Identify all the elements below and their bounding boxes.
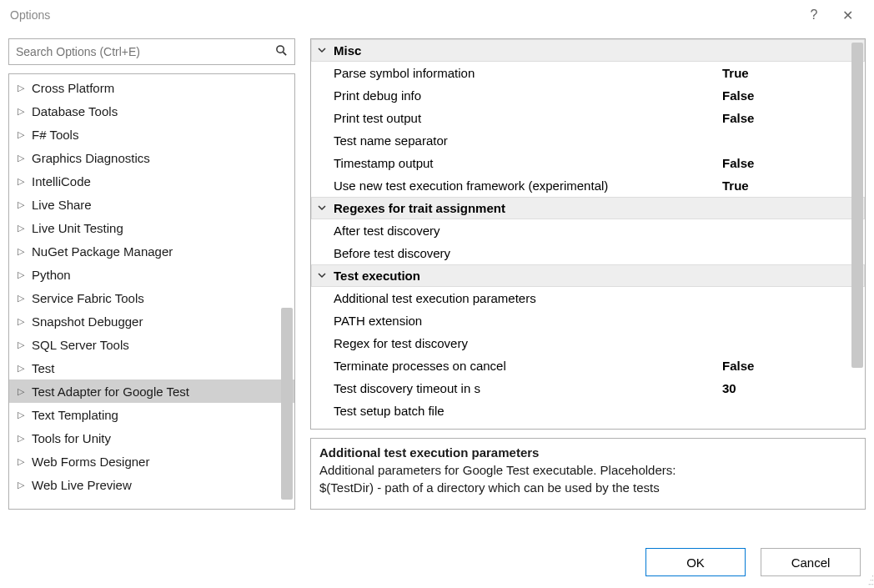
- help-button[interactable]: ?: [797, 8, 831, 23]
- caret-right-icon: ▷: [18, 316, 28, 327]
- property-label: Parse symbol information: [332, 66, 722, 80]
- tree-item[interactable]: ▷IntelliCode: [9, 169, 294, 193]
- property-row[interactable]: Timestamp outputFalse: [311, 152, 865, 174]
- property-label: Additional test execution parameters: [332, 291, 722, 305]
- tree-item-label: Graphics Diagnostics: [32, 151, 150, 165]
- tree-item-label: Python: [32, 268, 71, 282]
- caret-right-icon: ▷: [18, 129, 28, 140]
- property-row[interactable]: Print debug infoFalse: [311, 84, 865, 107]
- property-label: Use new test execution framework (experi…: [332, 178, 722, 193]
- property-value[interactable]: True: [722, 178, 864, 193]
- caret-right-icon: ▷: [18, 83, 28, 93]
- tree-item-label: SQL Server Tools: [32, 338, 129, 352]
- tree-item-label: Test Adapter for Google Test: [32, 384, 189, 399]
- property-row[interactable]: Parse symbol informationTrue: [311, 62, 865, 84]
- caret-right-icon: ▷: [18, 176, 28, 187]
- property-row[interactable]: After test discovery: [311, 219, 865, 242]
- tree-item-label: Service Fabric Tools: [32, 291, 144, 305]
- titlebar: Options ? ✕: [0, 0, 874, 30]
- property-label: Timestamp output: [332, 156, 722, 170]
- property-label: Terminate processes on cancel: [332, 359, 722, 373]
- property-group[interactable]: Misc: [311, 39, 865, 62]
- tree-item-label: Web Live Preview: [32, 478, 132, 492]
- tree-item[interactable]: ▷Python: [9, 263, 294, 286]
- tree-item[interactable]: ▷Service Fabric Tools: [9, 286, 294, 309]
- property-row[interactable]: PATH extension: [311, 309, 865, 332]
- property-value[interactable]: False: [722, 156, 864, 170]
- property-value[interactable]: True: [722, 66, 864, 80]
- chevron-down-icon[interactable]: [312, 204, 332, 214]
- tree-item-label: NuGet Package Manager: [32, 244, 173, 259]
- svg-point-0: [277, 46, 284, 53]
- tree-item[interactable]: ▷NuGet Package Manager: [9, 239, 294, 263]
- tree-item[interactable]: ▷Snapshot Debugger: [9, 309, 294, 333]
- caret-right-icon: ▷: [18, 456, 28, 467]
- property-row[interactable]: Use new test execution framework (experi…: [311, 174, 865, 197]
- caret-right-icon: ▷: [18, 153, 28, 163]
- tree-item-label: IntelliCode: [32, 174, 91, 188]
- tree-item[interactable]: ▷Web Forms Designer: [9, 450, 294, 473]
- property-row[interactable]: Test discovery timeout in s30: [311, 377, 865, 400]
- property-value[interactable]: 30: [722, 381, 864, 395]
- tree-item[interactable]: ▷Cross Platform: [9, 76, 294, 99]
- property-label: After test discovery: [332, 224, 722, 238]
- caret-right-icon: ▷: [18, 199, 28, 210]
- caret-right-icon: ▷: [18, 480, 28, 490]
- property-row[interactable]: Test setup batch file: [311, 400, 865, 422]
- property-group[interactable]: Regexes for trait assignment: [311, 197, 865, 219]
- tree-item[interactable]: ▷Web Live Preview: [9, 473, 294, 496]
- tree-scrollbar[interactable]: [281, 308, 293, 500]
- tree-item[interactable]: ▷Text Templating: [9, 403, 294, 426]
- caret-right-icon: ▷: [18, 293, 28, 304]
- tree-item[interactable]: ▷F# Tools: [9, 123, 294, 146]
- property-label: Before test discovery: [332, 246, 722, 260]
- caret-right-icon: ▷: [18, 339, 28, 350]
- tree-item[interactable]: ▷Database Tools: [9, 99, 294, 123]
- property-row[interactable]: Before test discovery: [311, 242, 865, 264]
- caret-right-icon: ▷: [18, 223, 28, 234]
- tree-item[interactable]: ▷Test Adapter for Google Test: [9, 379, 294, 403]
- search-icon[interactable]: [275, 44, 288, 59]
- property-row[interactable]: Terminate processes on cancelFalse: [311, 354, 865, 377]
- ok-button[interactable]: OK: [645, 548, 746, 576]
- tree-item[interactable]: ▷Live Unit Testing: [9, 216, 294, 239]
- property-row[interactable]: Test name separator: [311, 129, 865, 152]
- property-grid: MiscParse symbol informationTruePrint de…: [310, 38, 866, 430]
- chevron-down-icon[interactable]: [312, 271, 332, 281]
- property-row[interactable]: Print test outputFalse: [311, 107, 865, 129]
- property-row[interactable]: Regex for test discovery: [311, 332, 865, 354]
- tree-item-label: Live Share: [32, 198, 92, 212]
- property-value[interactable]: False: [722, 88, 864, 103]
- tree-item[interactable]: ▷Live Share: [9, 193, 294, 216]
- property-label: Test name separator: [332, 133, 722, 148]
- resize-grip-icon[interactable]: ·· ·· · ·: [868, 574, 872, 586]
- tree-item[interactable]: ▷Graphics Diagnostics: [9, 146, 294, 169]
- description-title: Additional test execution parameters: [319, 444, 856, 461]
- property-label: Print test output: [332, 111, 722, 125]
- close-button[interactable]: ✕: [831, 8, 864, 23]
- property-group[interactable]: Test execution: [311, 264, 865, 287]
- category-tree: ▷Cross Platform▷Database Tools▷F# Tools▷…: [8, 73, 295, 510]
- tree-item[interactable]: ▷Test: [9, 356, 294, 379]
- caret-right-icon: ▷: [18, 386, 28, 397]
- search-input[interactable]: [16, 45, 275, 58]
- caret-right-icon: ▷: [18, 410, 28, 420]
- tree-item[interactable]: ▷SQL Server Tools: [9, 333, 294, 356]
- property-label: Test setup batch file: [332, 404, 722, 418]
- tree-item-label: Web Forms Designer: [32, 455, 149, 469]
- property-label: Print debug info: [332, 88, 722, 103]
- property-group-label: Test execution: [332, 269, 864, 283]
- caret-right-icon: ▷: [18, 269, 28, 280]
- property-row[interactable]: Additional test execution parameters: [311, 287, 865, 309]
- description-line: $(TestDir) - path of a directory which c…: [319, 479, 856, 496]
- property-value[interactable]: False: [722, 111, 864, 125]
- tree-item-label: F# Tools: [32, 128, 78, 142]
- cancel-button[interactable]: Cancel: [761, 548, 861, 576]
- tree-item[interactable]: ▷Tools for Unity: [9, 426, 294, 450]
- chevron-down-icon[interactable]: [312, 46, 332, 56]
- description-line: Additional parameters for Google Test ex…: [319, 461, 856, 479]
- search-box[interactable]: [8, 38, 295, 65]
- property-value[interactable]: False: [722, 359, 864, 373]
- tree-item-label: Tools for Unity: [32, 431, 111, 445]
- grid-scrollbar[interactable]: [851, 43, 863, 368]
